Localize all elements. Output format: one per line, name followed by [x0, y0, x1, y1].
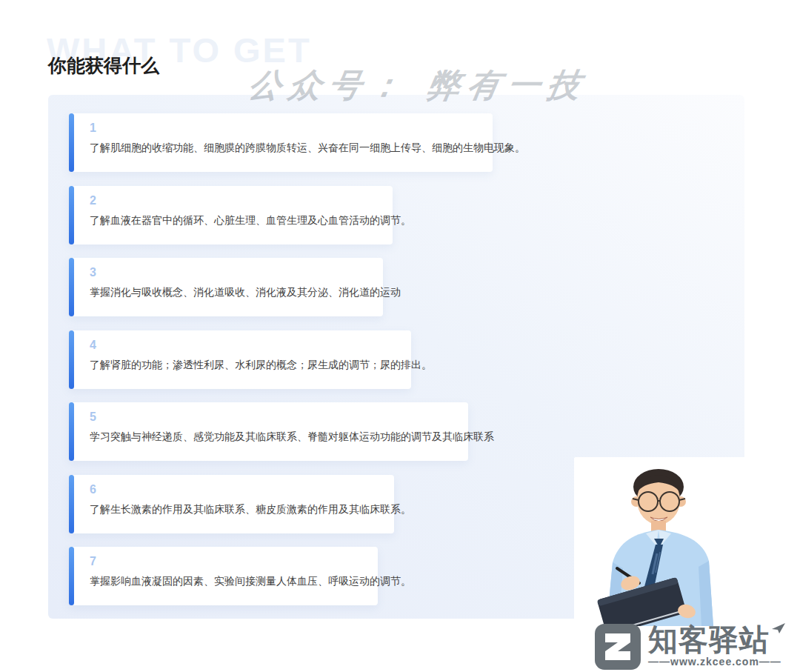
- card-accent-bar: [69, 113, 74, 172]
- benefit-text: 学习突触与神经递质、感觉功能及其临床联系、脊髓对躯体运动功能的调节及其临床联系: [90, 429, 458, 444]
- benefit-number: 6: [90, 483, 96, 496]
- benefit-number: 7: [90, 555, 96, 568]
- benefit-card-4: 4 了解肾脏的功能；渗透性利尿、水利尿的概念；尿生成的调节；尿的排出。: [69, 330, 411, 389]
- card-accent-bar: [69, 258, 74, 316]
- card-accent-bar: [69, 402, 74, 461]
- benefit-text: 了解生长激素的作用及其临床联系、糖皮质激素的作用及其临床联系。: [90, 502, 384, 516]
- benefit-text: 了解肾脏的功能；渗透性利尿、水利尿的概念；尿生成的调节；尿的排出。: [90, 357, 401, 372]
- card-accent-bar: [69, 547, 74, 605]
- benefit-card-3: 3 掌握消化与吸收概念、消化道吸收、消化液及其分泌、消化道的运动: [69, 258, 383, 316]
- page-title: 你能获得什么: [48, 53, 159, 78]
- benefit-number: 3: [90, 266, 96, 279]
- benefit-card-6: 6 了解生长激素的作用及其临床联系、糖皮质激素的作用及其临床联系。: [69, 475, 394, 533]
- site-logo: 知客驿站 ——www.zkcee.com——: [595, 624, 786, 671]
- benefit-card-5: 5 学习突触与神经递质、感觉功能及其临床联系、脊髓对躯体运动功能的调节及其临床联…: [69, 402, 468, 461]
- benefit-card-2: 2 了解血液在器官中的循环、心脏生理、血管生理及心血管活动的调节。: [69, 186, 393, 244]
- page: WHAT TO GET 你能获得什么 公众号： 弊有一技 1 了解肌细胞的收缩功…: [0, 0, 800, 672]
- instructor-illustration: [574, 457, 746, 626]
- benefit-number: 5: [90, 410, 96, 424]
- benefit-number: 2: [90, 194, 96, 207]
- card-accent-bar: [69, 186, 74, 244]
- instructor-photo: [574, 457, 746, 626]
- paper-plane-icon: [771, 622, 786, 637]
- benefit-number: 1: [90, 122, 96, 135]
- benefit-card-1: 1 了解肌细胞的收缩功能、细胞膜的跨膜物质转运、兴奋在同一细胞上传导、细胞的生物…: [69, 113, 493, 172]
- z-logo-icon: [595, 624, 641, 670]
- card-accent-bar: [69, 330, 74, 389]
- logo-url: ——www.zkcee.com——: [648, 656, 786, 668]
- watermark-text: 公众号： 弊有一技: [245, 64, 592, 107]
- benefit-text: 了解肌细胞的收缩功能、细胞膜的跨膜物质转运、兴奋在同一细胞上传导、细胞的生物电现…: [90, 140, 482, 155]
- logo-name: 知客驿站: [648, 624, 770, 655]
- benefit-number: 4: [90, 339, 96, 352]
- benefits-panel: 1 了解肌细胞的收缩功能、细胞膜的跨膜物质转运、兴奋在同一细胞上传导、细胞的生物…: [48, 95, 744, 619]
- card-accent-bar: [69, 475, 74, 533]
- benefit-card-7: 7 掌握影响血液凝固的因素、实验间接测量人体血压、呼吸运动的调节。: [69, 547, 378, 605]
- benefit-text: 掌握消化与吸收概念、消化道吸收、消化液及其分泌、消化道的运动: [90, 285, 373, 299]
- benefit-text: 掌握影响血液凝固的因素、实验间接测量人体血压、呼吸运动的调节。: [90, 573, 367, 588]
- benefit-text: 了解血液在器官中的循环、心脏生理、血管生理及心血管活动的调节。: [90, 213, 382, 227]
